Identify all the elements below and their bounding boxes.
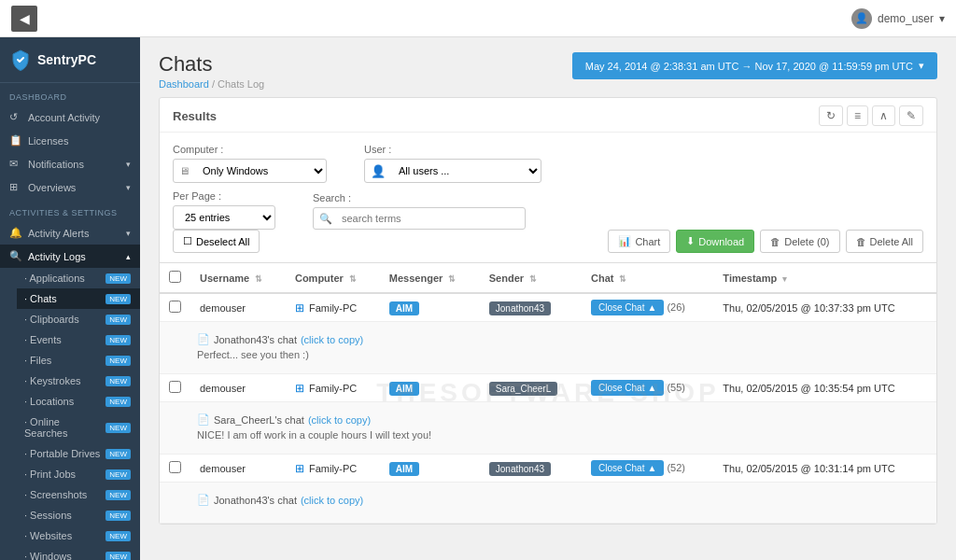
sidebar-item-screenshots[interactable]: · Screenshots NEW [17, 484, 140, 505]
actions-row: ☐ Deselect All 📊 Chart ⬇ Download [160, 230, 936, 262]
date-range-chevron-icon: ▾ [919, 60, 924, 72]
sidebar-item-account-activity[interactable]: ↺ Account Activity [0, 105, 140, 129]
sidebar-item-label: Activity Logs [28, 251, 86, 262]
download-icon: ⬇ [686, 235, 695, 247]
sidebar-toggle-button[interactable]: ◀ [11, 6, 37, 32]
row-checkbox[interactable] [169, 381, 181, 393]
chats-label: · Chats [24, 293, 57, 304]
close-chat-button[interactable]: Close Chat ▲ [591, 300, 664, 315]
sessions-label: · Sessions [24, 510, 72, 521]
sidebar-item-keystrokes[interactable]: · Keystrokes NEW [17, 371, 140, 391]
sidebar-item-activity-alerts[interactable]: 🔔 Activity Alerts ▾ [0, 221, 140, 245]
cell-sender: Sara_CheerL [480, 374, 582, 402]
user-menu[interactable]: 👤 demo_user ▾ [851, 8, 945, 29]
filter-row: Computer : 🖥 Only Windows All Computers … [160, 133, 936, 183]
cell-messenger: AIM [380, 455, 480, 483]
deselect-all-button[interactable]: ☐ Deselect All [173, 230, 260, 253]
search-input[interactable] [338, 208, 525, 229]
copy-link[interactable]: (click to copy) [301, 334, 363, 345]
cell-chat: Close Chat ▲ (55) [582, 374, 713, 402]
overviews-chevron-icon: ▾ [126, 183, 131, 192]
sessions-badge: NEW [105, 511, 131, 521]
table-row: demouser ⊞ Family-PC AIM Jonathon43 [160, 455, 936, 483]
delete-all-icon: 🗑 [856, 236, 866, 247]
windows-label: · Windows [24, 551, 72, 560]
close-chat-chevron: ▲ [647, 302, 656, 313]
chart-button[interactable]: 📊 Chart [608, 230, 670, 253]
notifications-icon: ✉ [9, 158, 22, 170]
chat-count: (26) [667, 301, 685, 313]
refresh-button[interactable]: ↻ [819, 105, 843, 126]
edit-button[interactable]: ✎ [899, 105, 923, 126]
expand-text: NICE! I am off work in a couple hours I … [197, 429, 918, 441]
delete-all-button[interactable]: 🗑 Delete All [846, 230, 923, 253]
sidebar-item-sessions[interactable]: · Sessions NEW [17, 505, 140, 525]
sidebar-item-clipboards[interactable]: · Clipboards NEW [17, 309, 140, 329]
sidebar-section-activities: ACTIVITIES & SETTINGS 🔔 Activity Alerts … [0, 199, 140, 560]
sidebar-item-activity-logs[interactable]: 🔍 Activity Logs ▴ [0, 245, 140, 268]
page-header-left: Chats Dashboard / Chats Log [159, 52, 264, 90]
table-wrapper: THESOFTWARE-SHOP Username ⇅ Computer ⇅ M… [160, 262, 936, 524]
expand-chat-owner: Jonathon43's chat [214, 495, 297, 506]
sidebar-logo[interactable]: SentryPC [0, 37, 140, 83]
sender-sort-icon: ⇅ [529, 274, 537, 284]
user-select[interactable]: All users ... [391, 160, 541, 182]
sidebar-item-online-searches[interactable]: · Online Searches NEW [17, 412, 140, 443]
date-range-button[interactable]: May 24, 2014 @ 2:38:31 am UTC → Nov 17, … [572, 52, 937, 79]
main-content: Chats Dashboard / Chats Log May 24, 2014… [140, 37, 956, 560]
breadcrumb-home-link[interactable]: Dashboard [159, 78, 209, 90]
chat-file-icon: 📄 [197, 413, 210, 426]
sidebar-item-locations[interactable]: · Locations NEW [17, 391, 140, 412]
print-jobs-badge: NEW [105, 469, 131, 480]
sidebar-item-events[interactable]: · Events NEW [17, 329, 140, 350]
activity-logs-icon: 🔍 [9, 250, 22, 262]
computer-select[interactable]: Only Windows All Computers [195, 160, 326, 182]
computer-sort-icon: ⇅ [349, 274, 357, 284]
sidebar-item-files[interactable]: · Files NEW [17, 350, 140, 371]
sidebar-item-label: Notifications [28, 159, 84, 170]
search-label: Search : [313, 192, 526, 203]
sidebar-item-notifications[interactable]: ✉ Notifications ▾ [0, 152, 140, 175]
copy-link[interactable]: (click to copy) [301, 495, 363, 506]
sidebar-item-label: Overviews [28, 182, 76, 193]
sidebar-item-label: Licenses [28, 135, 68, 147]
close-chat-button[interactable]: Close Chat ▲ [591, 460, 664, 476]
col-messenger: Messenger ⇅ [380, 263, 480, 294]
messenger-sort-icon: ⇅ [448, 274, 456, 284]
sidebar-item-windows[interactable]: · Windows NEW [17, 546, 140, 560]
aim-badge: AIM [389, 462, 419, 476]
sidebar-item-print-jobs[interactable]: · Print Jobs NEW [17, 464, 140, 484]
sidebar-item-licenses[interactable]: 📋 Licenses [0, 129, 140, 152]
cell-computer: ⊞ Family-PC [286, 455, 380, 483]
expand-content: 📄 Jonathon43's chat (click to copy) [169, 488, 927, 517]
copy-link[interactable]: (click to copy) [308, 414, 371, 426]
row-checkbox[interactable] [169, 461, 181, 473]
row-checkbox[interactable] [169, 301, 181, 313]
per-page-select[interactable]: 25 entries 50 entries 100 entries [173, 205, 275, 230]
delete-button[interactable]: 🗑 Delete (0) [760, 230, 839, 253]
delete-icon: 🗑 [770, 236, 780, 247]
licenses-icon: 📋 [9, 134, 22, 147]
download-button[interactable]: ⬇ Download [676, 230, 754, 253]
chat-count: (52) [667, 462, 685, 473]
cell-timestamp: Thu, 02/05/2015 @ 10:35:54 pm UTC [713, 374, 936, 402]
close-chat-button[interactable]: Close Chat ▲ [591, 380, 664, 396]
events-label: · Events [24, 334, 62, 345]
date-range-label: May 24, 2014 @ 2:38:31 am UTC → Nov 17, … [585, 61, 913, 72]
sidebar-item-chats[interactable]: · Chats NEW [17, 288, 140, 309]
cell-sender: Jonathon43 [480, 293, 582, 322]
list-view-button[interactable]: ≡ [847, 105, 868, 126]
expand-chat-owner: Jonathon43's chat [214, 334, 297, 345]
sidebar-section-dashboard: DASHBOARD ↺ Account Activity 📋 Licenses … [0, 83, 140, 199]
sidebar-item-applications[interactable]: · Applications NEW [17, 268, 140, 288]
aim-badge: AIM [389, 301, 419, 315]
search-filter-group: Search : 🔍 [313, 192, 526, 230]
chart-icon: 📊 [618, 235, 631, 247]
sidebar-item-portable-drives[interactable]: · Portable Drives NEW [17, 443, 140, 464]
websites-badge: NEW [105, 531, 131, 541]
select-all-checkbox[interactable] [169, 271, 181, 283]
notifications-chevron-icon: ▾ [126, 160, 131, 169]
collapse-button[interactable]: ∧ [872, 105, 895, 126]
sidebar-item-websites[interactable]: · Websites NEW [17, 525, 140, 546]
sidebar-item-overviews[interactable]: ⊞ Overviews ▾ [0, 175, 140, 199]
